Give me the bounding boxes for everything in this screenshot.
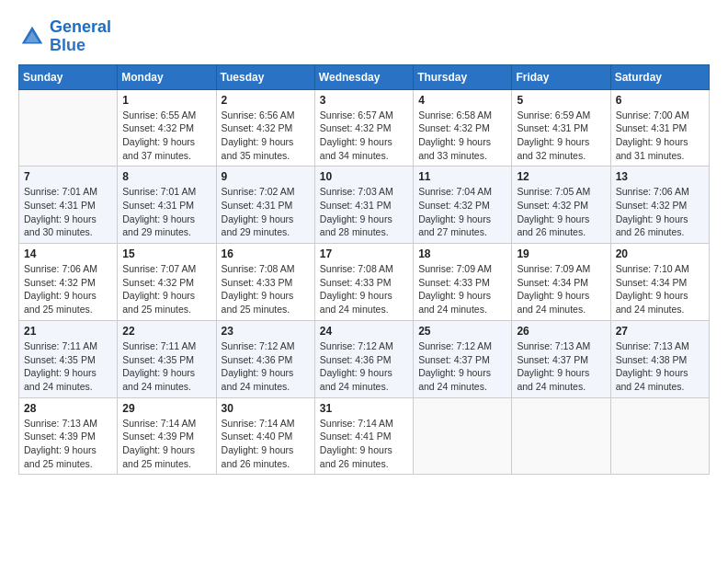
calendar-cell: 27Sunrise: 7:13 AM Sunset: 4:38 PM Dayli… — [610, 320, 709, 397]
header-tuesday: Tuesday — [216, 64, 314, 89]
header-friday: Friday — [512, 64, 610, 89]
day-info: Sunrise: 7:13 AM Sunset: 4:39 PM Dayligh… — [24, 417, 112, 471]
header-saturday: Saturday — [610, 64, 709, 89]
day-number: 26 — [517, 325, 605, 338]
day-info: Sunrise: 7:01 AM Sunset: 4:31 PM Dayligh… — [24, 185, 112, 239]
day-info: Sunrise: 7:12 AM Sunset: 4:36 PM Dayligh… — [320, 339, 408, 394]
day-number: 30 — [222, 402, 310, 415]
day-number: 24 — [320, 325, 408, 338]
day-info: Sunrise: 7:11 AM Sunset: 4:35 PM Dayligh… — [24, 339, 112, 394]
day-number: 20 — [616, 247, 704, 260]
calendar-cell: 14Sunrise: 7:06 AM Sunset: 4:32 PM Dayli… — [19, 244, 118, 321]
day-info: Sunrise: 7:12 AM Sunset: 4:37 PM Dayligh… — [418, 339, 506, 394]
calendar-cell: 8Sunrise: 7:01 AM Sunset: 4:31 PM Daylig… — [118, 167, 216, 244]
day-info: Sunrise: 7:09 AM Sunset: 4:33 PM Dayligh… — [418, 262, 506, 316]
day-info: Sunrise: 7:02 AM Sunset: 4:31 PM Dayligh… — [222, 185, 310, 239]
calendar-cell: 31Sunrise: 7:14 AM Sunset: 4:41 PM Dayli… — [314, 397, 413, 475]
day-info: Sunrise: 7:06 AM Sunset: 4:32 PM Dayligh… — [616, 185, 704, 239]
day-info: Sunrise: 7:14 AM Sunset: 4:40 PM Dayligh… — [222, 417, 310, 471]
day-info: Sunrise: 7:08 AM Sunset: 4:33 PM Dayligh… — [320, 262, 408, 316]
day-info: Sunrise: 7:13 AM Sunset: 4:38 PM Dayligh… — [616, 339, 704, 394]
day-number: 17 — [320, 247, 408, 260]
day-number: 15 — [122, 247, 210, 260]
day-info: Sunrise: 7:05 AM Sunset: 4:32 PM Dayligh… — [517, 185, 605, 239]
day-number: 14 — [24, 247, 112, 260]
day-number: 29 — [122, 402, 210, 415]
day-number: 4 — [418, 94, 506, 107]
day-info: Sunrise: 7:09 AM Sunset: 4:34 PM Dayligh… — [517, 262, 605, 316]
day-info: Sunrise: 7:01 AM Sunset: 4:31 PM Dayligh… — [122, 185, 210, 239]
calendar-cell: 13Sunrise: 7:06 AM Sunset: 4:32 PM Dayli… — [610, 167, 709, 244]
calendar-cell: 21Sunrise: 7:11 AM Sunset: 4:35 PM Dayli… — [19, 320, 118, 397]
header-thursday: Thursday — [414, 64, 512, 89]
day-number: 31 — [320, 402, 408, 415]
day-number: 23 — [222, 325, 310, 338]
week-row-3: 14Sunrise: 7:06 AM Sunset: 4:32 PM Dayli… — [19, 244, 710, 321]
day-number: 3 — [320, 94, 408, 107]
day-number: 5 — [517, 94, 605, 107]
day-info: Sunrise: 6:55 AM Sunset: 4:32 PM Dayligh… — [122, 109, 210, 163]
calendar-cell: 9Sunrise: 7:02 AM Sunset: 4:31 PM Daylig… — [216, 167, 314, 244]
calendar-cell — [414, 397, 512, 475]
day-number: 8 — [122, 170, 210, 183]
calendar-cell: 29Sunrise: 7:14 AM Sunset: 4:39 PM Dayli… — [118, 397, 216, 475]
header-sunday: Sunday — [19, 64, 118, 89]
calendar-cell: 23Sunrise: 7:12 AM Sunset: 4:36 PM Dayli… — [216, 320, 314, 397]
day-number: 25 — [418, 325, 506, 338]
calendar-cell: 22Sunrise: 7:11 AM Sunset: 4:35 PM Dayli… — [118, 320, 216, 397]
day-number: 18 — [418, 247, 506, 260]
day-info: Sunrise: 6:59 AM Sunset: 4:31 PM Dayligh… — [517, 109, 605, 163]
day-info: Sunrise: 7:03 AM Sunset: 4:31 PM Dayligh… — [320, 185, 408, 239]
week-row-1: 1Sunrise: 6:55 AM Sunset: 4:32 PM Daylig… — [19, 89, 710, 167]
calendar-cell: 26Sunrise: 7:13 AM Sunset: 4:37 PM Dayli… — [512, 320, 610, 397]
day-number: 22 — [122, 325, 210, 338]
day-number: 28 — [24, 402, 112, 415]
calendar-cell — [19, 89, 118, 167]
day-info: Sunrise: 7:12 AM Sunset: 4:36 PM Dayligh… — [222, 339, 310, 394]
day-info: Sunrise: 7:14 AM Sunset: 4:39 PM Dayligh… — [122, 417, 210, 471]
logo: General Blue — [18, 18, 111, 55]
day-number: 21 — [24, 325, 112, 338]
day-number: 1 — [122, 94, 210, 107]
calendar-cell: 28Sunrise: 7:13 AM Sunset: 4:39 PM Dayli… — [19, 397, 118, 475]
day-info: Sunrise: 7:14 AM Sunset: 4:41 PM Dayligh… — [320, 417, 408, 471]
day-number: 6 — [616, 94, 704, 107]
calendar-cell: 5Sunrise: 6:59 AM Sunset: 4:31 PM Daylig… — [512, 89, 610, 167]
week-row-5: 28Sunrise: 7:13 AM Sunset: 4:39 PM Dayli… — [19, 397, 710, 475]
calendar-cell: 18Sunrise: 7:09 AM Sunset: 4:33 PM Dayli… — [414, 244, 512, 321]
day-info: Sunrise: 7:13 AM Sunset: 4:37 PM Dayligh… — [517, 339, 605, 394]
day-info: Sunrise: 6:57 AM Sunset: 4:32 PM Dayligh… — [320, 109, 408, 163]
day-number: 10 — [320, 170, 408, 183]
calendar-header-row: SundayMondayTuesdayWednesdayThursdayFrid… — [19, 64, 710, 89]
day-number: 13 — [616, 170, 704, 183]
day-info: Sunrise: 6:56 AM Sunset: 4:32 PM Dayligh… — [222, 109, 310, 163]
calendar-cell: 16Sunrise: 7:08 AM Sunset: 4:33 PM Dayli… — [216, 244, 314, 321]
calendar-table: SundayMondayTuesdayWednesdayThursdayFrid… — [18, 64, 710, 476]
calendar-cell: 30Sunrise: 7:14 AM Sunset: 4:40 PM Dayli… — [216, 397, 314, 475]
header-wednesday: Wednesday — [314, 64, 413, 89]
day-info: Sunrise: 7:11 AM Sunset: 4:35 PM Dayligh… — [122, 339, 210, 394]
day-number: 19 — [517, 247, 605, 260]
calendar-cell: 4Sunrise: 6:58 AM Sunset: 4:32 PM Daylig… — [414, 89, 512, 167]
day-info: Sunrise: 7:08 AM Sunset: 4:33 PM Dayligh… — [222, 262, 310, 316]
calendar-cell — [610, 397, 709, 475]
calendar-cell: 6Sunrise: 7:00 AM Sunset: 4:31 PM Daylig… — [610, 89, 709, 167]
day-number: 11 — [418, 170, 506, 183]
calendar-cell: 20Sunrise: 7:10 AM Sunset: 4:34 PM Dayli… — [610, 244, 709, 321]
week-row-2: 7Sunrise: 7:01 AM Sunset: 4:31 PM Daylig… — [19, 167, 710, 244]
day-info: Sunrise: 7:07 AM Sunset: 4:32 PM Dayligh… — [122, 262, 210, 316]
calendar-cell: 25Sunrise: 7:12 AM Sunset: 4:37 PM Dayli… — [414, 320, 512, 397]
day-info: Sunrise: 7:10 AM Sunset: 4:34 PM Dayligh… — [616, 262, 704, 316]
calendar-cell: 2Sunrise: 6:56 AM Sunset: 4:32 PM Daylig… — [216, 89, 314, 167]
day-number: 27 — [616, 325, 704, 338]
page-header: General Blue — [18, 18, 710, 55]
calendar-cell: 3Sunrise: 6:57 AM Sunset: 4:32 PM Daylig… — [314, 89, 413, 167]
logo-text: General Blue — [50, 18, 111, 55]
day-info: Sunrise: 7:06 AM Sunset: 4:32 PM Dayligh… — [24, 262, 112, 316]
calendar-cell: 10Sunrise: 7:03 AM Sunset: 4:31 PM Dayli… — [314, 167, 413, 244]
day-number: 9 — [222, 170, 310, 183]
calendar-cell: 12Sunrise: 7:05 AM Sunset: 4:32 PM Dayli… — [512, 167, 610, 244]
calendar-cell: 1Sunrise: 6:55 AM Sunset: 4:32 PM Daylig… — [118, 89, 216, 167]
day-number: 12 — [517, 170, 605, 183]
calendar-cell — [512, 397, 610, 475]
